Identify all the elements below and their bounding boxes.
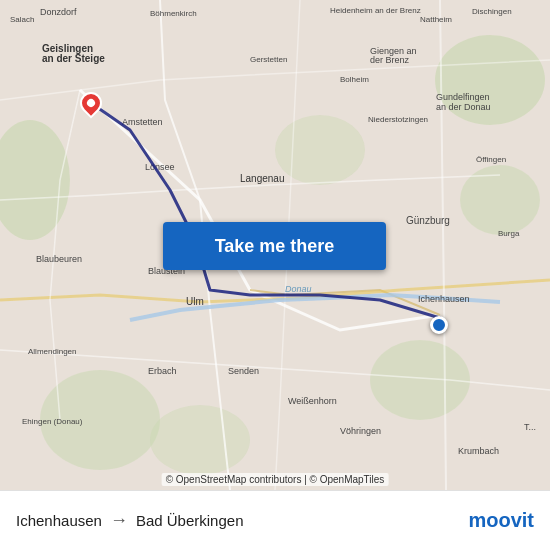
svg-text:Krumbach: Krumbach — [458, 446, 499, 456]
moovit-logo: moovit — [468, 509, 534, 532]
svg-text:Salach: Salach — [10, 15, 34, 24]
svg-text:Lönsee: Lönsee — [145, 162, 175, 172]
svg-text:Blaubeuren: Blaubeuren — [36, 254, 82, 264]
take-me-there-button[interactable]: Take me there — [163, 222, 386, 270]
svg-text:Langenau: Langenau — [240, 173, 285, 184]
svg-text:Böhmenkirch: Böhmenkirch — [150, 9, 197, 18]
svg-text:Senden: Senden — [228, 366, 259, 376]
footer-origin: Ichenhausen — [16, 512, 102, 529]
svg-text:Günzburg: Günzburg — [406, 215, 450, 226]
svg-point-6 — [275, 115, 365, 185]
svg-text:Erbach: Erbach — [148, 366, 177, 376]
svg-text:Amstetten: Amstetten — [122, 117, 163, 127]
svg-text:Allmendingen: Allmendingen — [28, 347, 76, 356]
svg-text:Ehingen (Donau): Ehingen (Donau) — [22, 417, 83, 426]
map-container: Donau Donzdorf Böhmenkirch Heidenheim an… — [0, 0, 550, 490]
logo-text: moovit — [468, 509, 534, 532]
svg-text:Gundelfingen: Gundelfingen — [436, 92, 490, 102]
svg-text:Gerstetten: Gerstetten — [250, 55, 287, 64]
svg-text:Öffingen: Öffingen — [476, 155, 506, 164]
svg-text:Weißenhorn: Weißenhorn — [288, 396, 337, 406]
svg-text:an der Donau: an der Donau — [436, 102, 491, 112]
svg-text:Nattheim: Nattheim — [420, 15, 452, 24]
svg-text:T...: T... — [524, 422, 536, 432]
footer-arrow: → — [110, 510, 128, 531]
svg-point-7 — [150, 405, 250, 475]
svg-text:der Brenz: der Brenz — [370, 55, 410, 65]
origin-pin — [80, 92, 102, 114]
svg-text:Ichenhausen: Ichenhausen — [418, 294, 470, 304]
svg-text:Ulm: Ulm — [186, 296, 204, 307]
svg-text:Dischingen: Dischingen — [472, 7, 512, 16]
destination-pin — [430, 316, 448, 334]
svg-text:an der Steige: an der Steige — [42, 53, 105, 64]
page-wrapper: Donau Donzdorf Böhmenkirch Heidenheim an… — [0, 0, 550, 550]
svg-text:Donau: Donau — [285, 284, 312, 294]
svg-text:Bolheim: Bolheim — [340, 75, 369, 84]
footer-bar: Ichenhausen → Bad Überkingen moovit — [0, 490, 550, 550]
svg-text:Donzdorf: Donzdorf — [40, 7, 77, 17]
footer-destination: Bad Überkingen — [136, 512, 244, 529]
svg-text:Burga: Burga — [498, 229, 520, 238]
svg-text:Vöhringen: Vöhringen — [340, 426, 381, 436]
svg-text:Niederstotzingen: Niederstotzingen — [368, 115, 428, 124]
map-attribution: © OpenStreetMap contributors | © OpenMap… — [162, 473, 389, 486]
svg-text:Heidenheim an der Brenz: Heidenheim an der Brenz — [330, 6, 421, 15]
footer-route: Ichenhausen → Bad Überkingen — [16, 510, 243, 531]
